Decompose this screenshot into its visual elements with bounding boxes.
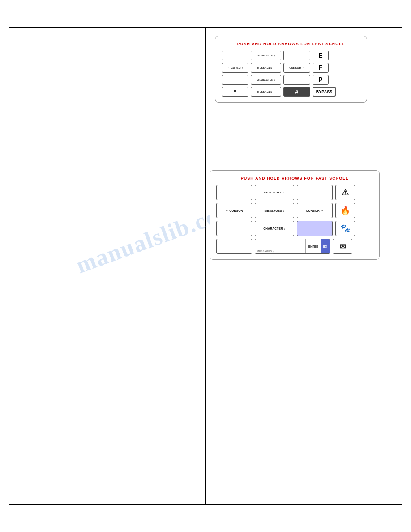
panel1-messages-down[interactable]: MESSAGES ↓ bbox=[251, 63, 281, 73]
panel2-mail-icon[interactable]: ✉ bbox=[333, 239, 352, 254]
panel2-cursor-right[interactable]: CURSOR → bbox=[297, 203, 333, 218]
panel1-title: PUSH AND HOLD ARROWS FOR FAST SCROLL bbox=[222, 42, 360, 46]
alarm-icon: ⚠ bbox=[342, 188, 349, 197]
panel2-enter-ex[interactable]: MESSAGES ↑ ENTER EX bbox=[255, 239, 330, 254]
panel1-row3-empty2[interactable] bbox=[283, 75, 310, 85]
panel2-row3-empty2[interactable] bbox=[297, 221, 333, 236]
mail-icon: ✉ bbox=[340, 242, 346, 251]
panel2-title: PUSH AND HOLD ARROWS FOR FAST SCROLL bbox=[216, 176, 373, 180]
panel1-character-up[interactable]: CHARACTER ↑ bbox=[251, 51, 281, 60]
panel2-cursor-left[interactable]: ← CURSOR bbox=[216, 203, 252, 218]
panel1-bypass[interactable]: BYPASS bbox=[313, 87, 336, 97]
panel1: PUSH AND HOLD ARROWS FOR FAST SCROLL CHA… bbox=[215, 36, 367, 103]
panel1-star[interactable]: * bbox=[222, 87, 248, 97]
panel2-row4-empty1[interactable] bbox=[216, 239, 252, 254]
vertical-divider bbox=[206, 27, 206, 505]
panel1-row1-empty2[interactable] bbox=[283, 51, 310, 60]
panel2-messages-down[interactable]: MESSAGES ↓ bbox=[255, 203, 294, 218]
panel1-key-f[interactable]: F bbox=[313, 63, 329, 73]
panel2-fire-icon[interactable]: 🔥 bbox=[335, 203, 355, 218]
panel2-row3-empty1[interactable] bbox=[216, 221, 252, 236]
panel1-key-p[interactable]: P bbox=[313, 75, 329, 85]
panel2-alarm-icon[interactable]: ⚠ bbox=[335, 185, 355, 200]
panel2-character-down[interactable]: CHARACTER ↓ bbox=[255, 221, 294, 236]
fire-icon: 🔥 bbox=[340, 206, 350, 215]
police-icon: 🐾 bbox=[340, 223, 350, 233]
panel1-row3-empty1[interactable] bbox=[222, 75, 248, 85]
panel1-cursor-left[interactable]: ← CURSOR bbox=[222, 63, 248, 73]
panel2-police-icon[interactable]: 🐾 bbox=[335, 221, 355, 236]
panel1-cursor-right[interactable]: CURSOR → bbox=[283, 63, 310, 73]
panel2-row1-empty2[interactable] bbox=[297, 185, 333, 200]
panel1-character-down[interactable]: CHARACTER ↓ bbox=[251, 75, 281, 85]
panel1-key-e[interactable]: E bbox=[313, 51, 329, 60]
panel2-character-up[interactable]: CHARACTER ↑ bbox=[255, 185, 294, 200]
panel2-row1-empty1[interactable] bbox=[216, 185, 252, 200]
panel2: PUSH AND HOLD ARROWS FOR FAST SCROLL CHA… bbox=[210, 170, 380, 260]
panel1-hash[interactable]: # bbox=[283, 87, 310, 97]
panel1-messages-up[interactable]: MESSAGES ↑ bbox=[251, 87, 281, 97]
panel1-row1-empty1[interactable] bbox=[222, 51, 248, 60]
